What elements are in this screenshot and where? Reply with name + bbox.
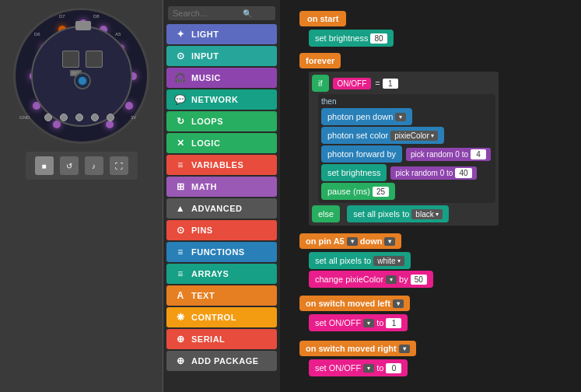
category-functions[interactable]: ≡ FUNCTIONS	[166, 242, 277, 262]
blocks-workspace: on start set brightness 80 forever if	[280, 0, 581, 392]
search-bar: 🔍	[168, 6, 275, 20]
workspace-area: on start set brightness 80 forever if	[292, 8, 581, 381]
control-icon: ❋	[174, 312, 187, 323]
category-text[interactable]: A TEXT	[166, 285, 277, 306]
category-music[interactable]: 🎧 MUSIC	[166, 68, 277, 88]
category-math[interactable]: ⊞ MATH	[166, 177, 277, 197]
category-arrays[interactable]: ≡ ARRAYS	[166, 264, 277, 284]
sound-button[interactable]: ♪	[85, 156, 103, 175]
set-brightness2-block[interactable]: set brightness	[321, 164, 387, 181]
photon-set-color-block[interactable]: photon set color pixieColor	[321, 127, 444, 144]
circuit-board: RST D8 D7 A5 D6 GND 3V	[13, 8, 149, 144]
onoff-right-dropdown[interactable]	[363, 364, 374, 373]
category-logic[interactable]: ✕ LOGIC	[166, 133, 277, 153]
onoff-block[interactable]: ON/OFF	[333, 78, 372, 89]
change-pixie-dropdown[interactable]	[386, 275, 397, 284]
set-onoff-left-block[interactable]: set ON/OFF to 1	[309, 314, 408, 331]
category-input[interactable]: ⊙ INPUT	[166, 46, 277, 66]
set-brightness-block[interactable]: set brightness 80	[309, 30, 394, 47]
else-block[interactable]: else	[312, 205, 340, 222]
photon-forward-block[interactable]: photon forward by	[321, 145, 402, 163]
forever-block[interactable]: forever	[299, 53, 341, 68]
category-advanced[interactable]: ▲ ADVANCED	[166, 198, 277, 219]
addpkg-icon: ⊕	[174, 355, 187, 366]
pin-dropdown[interactable]	[347, 237, 358, 246]
logic-icon: ✕	[174, 138, 187, 149]
restart-button[interactable]: ↺	[60, 156, 79, 175]
functions-icon: ≡	[174, 247, 187, 257]
search-input[interactable]	[173, 9, 243, 18]
toolbox-panel: 🔍 ✦ LIGHT ⊙ INPUT 🎧 MUSIC 💬 NETWORK ↻ LO…	[163, 0, 280, 392]
category-serial[interactable]: ⊕ SERIAL	[166, 329, 277, 349]
on-pin-section: on pin A5 down set all pixels to white	[299, 233, 433, 288]
loops-icon: ↻	[174, 116, 187, 127]
set-all-pixels-white-block[interactable]: set all pixels to white	[309, 252, 411, 269]
light-icon: ✦	[174, 29, 187, 40]
pixie-color-dropdown[interactable]: pixieColor	[390, 131, 437, 141]
on-switch-right-block[interactable]: on switch moved right	[299, 341, 416, 356]
arrays-icon: ≡	[174, 268, 187, 279]
change-pixie-block[interactable]: change pixieColor by 50	[309, 271, 433, 288]
set-onoff-right-block[interactable]: set ON/OFF to 0	[309, 359, 408, 376]
set-all-pixels-block[interactable]: set all pixels to black	[347, 205, 449, 222]
on-pin-block[interactable]: on pin A5 down	[299, 233, 401, 249]
category-network[interactable]: 💬 NETWORK	[166, 89, 277, 110]
pins-icon: ⊙	[174, 225, 187, 236]
category-light[interactable]: ✦ LIGHT	[166, 24, 277, 44]
simulator-panel: RST D8 D7 A5 D6 GND 3V ■ ↺ ♪ ⛶	[0, 0, 163, 392]
on-switch-right-section: on switch moved right set ON/OFF to 0	[299, 341, 416, 376]
pause-value[interactable]: 25	[373, 187, 389, 197]
pause-block[interactable]: pause (ms) 25	[321, 183, 395, 200]
math-icon: ⊞	[174, 181, 187, 192]
fullscreen-button[interactable]: ⛶	[110, 156, 128, 175]
on-start-block[interactable]: on start	[299, 11, 346, 26]
left-val[interactable]: 1	[386, 318, 401, 328]
category-control[interactable]: ❋ CONTROL	[166, 307, 277, 327]
on-switch-left-block[interactable]: on switch moved left	[299, 296, 410, 311]
down-dropdown[interactable]	[384, 237, 395, 246]
switch-left-dropdown[interactable]	[393, 299, 404, 308]
on-switch-left-section: on switch moved left set ON/OFF to 1	[299, 296, 410, 331]
white-color-dropdown[interactable]: white	[373, 256, 404, 266]
pick-random2-block[interactable]: pick random 0 to 40	[390, 166, 476, 180]
if-block[interactable]: if	[312, 75, 329, 92]
serial-icon: ⊕	[174, 334, 187, 345]
right-val[interactable]: 0	[386, 363, 401, 373]
onoff-left-dropdown[interactable]	[363, 319, 374, 327]
switch-right-dropdown[interactable]	[399, 345, 410, 353]
variables-icon: ≡	[174, 159, 187, 170]
if-value[interactable]: 1	[383, 79, 398, 89]
photon-pen-down-block[interactable]: photon pen down	[321, 108, 412, 125]
forward-max-value[interactable]: 4	[471, 149, 486, 159]
category-loops[interactable]: ↻ LOOPS	[166, 111, 277, 131]
category-addpkg[interactable]: ⊕ ADD PACKAGE	[166, 351, 277, 371]
input-icon: ⊙	[174, 51, 187, 61]
search-icon: 🔍	[243, 9, 252, 18]
pen-down-dropdown[interactable]	[395, 113, 406, 121]
simulator-controls: ■ ↺ ♪ ⛶	[26, 152, 138, 180]
text-icon: A	[174, 290, 187, 301]
stop-button[interactable]: ■	[35, 156, 54, 175]
change-value[interactable]: 50	[411, 275, 427, 285]
music-icon: 🎧	[174, 72, 187, 83]
equals-sign: =	[375, 79, 380, 88]
brightness-value[interactable]: 80	[370, 33, 387, 44]
black-color-dropdown[interactable]: black	[411, 209, 442, 219]
category-pins[interactable]: ⊙ PINS	[166, 220, 277, 240]
pick-random-block[interactable]: pick random 0 to 4	[406, 148, 491, 161]
brightness-max-value[interactable]: 40	[455, 168, 471, 178]
network-icon: 💬	[174, 94, 187, 105]
then-label: then	[321, 97, 492, 106]
forever-section: forever if ON/OFF = 1 then	[299, 53, 499, 226]
category-variables[interactable]: ≡ VARIABLES	[166, 155, 277, 175]
on-start-section: on start set brightness 80	[299, 11, 394, 47]
advanced-icon: ▲	[174, 203, 187, 214]
